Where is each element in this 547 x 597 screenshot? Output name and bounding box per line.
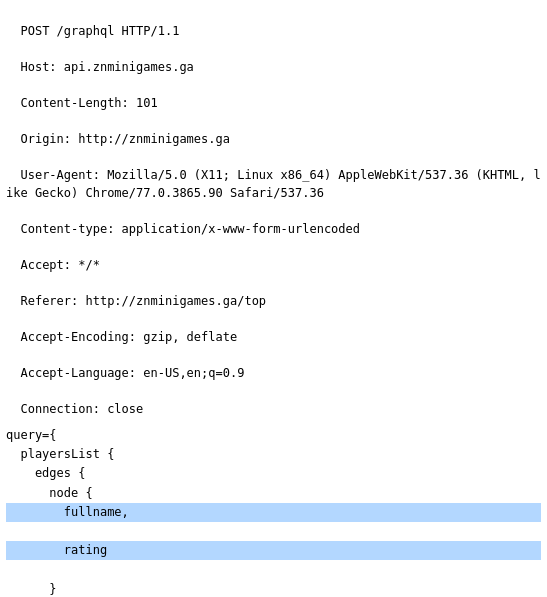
query-line-0: query={	[6, 428, 57, 442]
header-line-11: Connection: close	[20, 402, 143, 416]
query-line-6: }	[6, 582, 57, 596]
query-body: query={ playersList { edges { node { ful…	[0, 422, 547, 597]
request-headers: POST /graphql HTTP/1.1 Host: api.znminig…	[0, 0, 547, 422]
header-line-2: Host: api.znminigames.ga	[20, 60, 193, 74]
header-line-6: Content-type: application/x-www-form-url…	[20, 222, 360, 236]
query-line-1: playersList {	[6, 447, 114, 461]
query-line-5: rating	[6, 541, 541, 560]
header-line-1: POST /graphql HTTP/1.1	[20, 24, 179, 38]
query-line-4: fullname,	[6, 503, 541, 522]
header-line-4: Origin: http://znminigames.ga	[20, 132, 230, 146]
query-line-2: edges {	[6, 466, 85, 480]
header-line-8: Referer: http://znminigames.ga/top	[20, 294, 266, 308]
header-line-9: Accept-Encoding: gzip, deflate	[20, 330, 237, 344]
header-line-5: User-Agent: Mozilla/5.0 (X11; Linux x86_…	[6, 168, 541, 200]
header-line-3: Content-Length: 101	[20, 96, 157, 110]
header-line-10: Accept-Language: en-US,en;q=0.9	[20, 366, 244, 380]
header-line-7: Accept: */*	[20, 258, 99, 272]
query-line-3: node {	[6, 486, 93, 500]
